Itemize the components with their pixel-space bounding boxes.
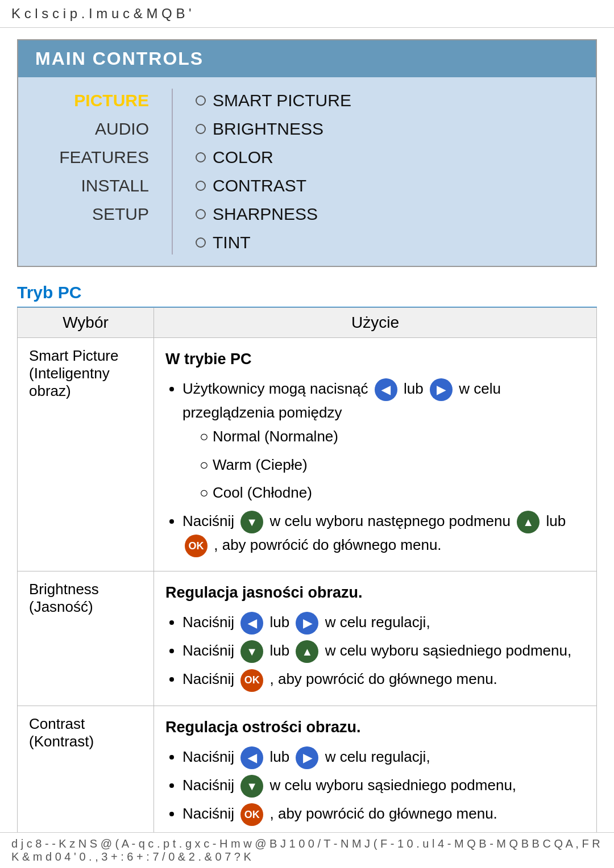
menu-left: PICTUREAUDIOFEATURESINSTALLSETUP [18, 89, 166, 254]
row-label-1: Brightness (Jasność) [18, 571, 154, 706]
sub-item: Warm (Ciepłe) [200, 453, 585, 477]
sub-item: Cool (Chłodne) [200, 481, 585, 505]
menu-right-item-tint[interactable]: TINT [196, 231, 351, 254]
bullet-item-2-2: Naciśnij OK , aby powrócić do głównego m… [182, 802, 585, 826]
menu-right-item-sharpness[interactable]: SHARPNESS [196, 202, 351, 226]
menu-left-item-setup[interactable]: SETUP [92, 202, 149, 226]
bullet-item-2-0: Naciśnij ◀ lub ▶ w celu regulacji, [182, 745, 585, 769]
down-icon: ▼ [240, 775, 263, 798]
bullet-list: Naciśnij ◀ lub ▶ w celu regulacji,Naciśn… [165, 745, 585, 826]
left-icon: ◀ [240, 612, 263, 635]
menu-right-item-smart-picture[interactable]: SMART PICTURE [196, 89, 351, 112]
top-bar-text: K c l s c i p . I m u c & M Q B ' [11, 6, 192, 21]
bullet-item-1-1: Naciśnij ▼ lub ▲ w celu wyboru sąsiednie… [182, 639, 585, 663]
ok-icon: OK [240, 669, 263, 692]
main-menu-box: MAIN CONTROLS PICTUREAUDIOFEATURESINSTAL… [17, 39, 597, 267]
bullet-item-1-0: Naciśnij ◀ lub ▶ w celu regulacji, [182, 611, 585, 635]
bullet-item-2-1: Naciśnij ▼ w celu wyboru sąsiedniego pod… [182, 774, 585, 798]
down-icon: ▼ [240, 640, 263, 663]
bullet-list: Użytkownicy mogą nacisnąć ◀ lub ▶ w celu… [165, 377, 585, 557]
row-label-0: Smart Picture (Inteligentny obraz) [18, 338, 154, 571]
tryb-section: Tryb PC Wybór Użycie Smart Picture (Inte… [17, 278, 597, 840]
sub-list: Normal (Normalne)Warm (Ciepłe)Cool (Chło… [182, 425, 585, 505]
bullet-item-0-0: Użytkownicy mogą nacisnąć ◀ lub ▶ w celu… [182, 377, 585, 505]
menu-divider [172, 89, 173, 254]
up-icon: ▲ [296, 640, 318, 663]
table-row: Smart Picture (Inteligentny obraz)W tryb… [18, 338, 597, 571]
right-icon: ▶ [296, 612, 318, 635]
ok-icon: OK [185, 535, 208, 557]
right-icon: ▶ [430, 378, 453, 401]
bullet-item-0-1: Naciśnij ▼ w celu wyboru następnego podm… [182, 510, 585, 557]
row-label-2: Contrast (Kontrast) [18, 706, 154, 840]
menu-left-item-audio[interactable]: AUDIO [95, 117, 149, 141]
tryb-header: Tryb PC [17, 278, 597, 307]
top-bar: K c l s c i p . I m u c & M Q B ' [0, 0, 614, 28]
main-menu-header: MAIN CONTROLS [18, 40, 596, 77]
bottom-bar: d j c 8 - - K z N S @ ( A - q c . p t . … [0, 832, 614, 868]
menu-right-item-brightness[interactable]: BRIGHTNESS [196, 117, 351, 141]
table-row: Brightness (Jasność)Regulacja jasności o… [18, 571, 597, 706]
row-content-2: Regulacja ostrości obrazu.Naciśnij ◀ lub… [154, 706, 597, 840]
section-title-1: Regulacja jasności obrazu. [165, 581, 585, 605]
col-wybor: Wybór [18, 308, 154, 338]
menu-right: SMART PICTUREBRIGHTNESSCOLORCONTRASTSHAR… [179, 89, 368, 254]
section-title-2: Regulacja ostrości obrazu. [165, 715, 585, 740]
left-icon: ◀ [375, 378, 397, 401]
main-menu-content: PICTUREAUDIOFEATURESINSTALLSETUP SMART P… [18, 77, 596, 266]
menu-left-item-install[interactable]: INSTALL [81, 174, 150, 198]
up-icon: ▲ [517, 511, 540, 533]
row-content-0: W trybie PCUżytkownicy mogą nacisnąć ◀ l… [154, 338, 597, 571]
menu-left-item-picture[interactable]: PICTURE [74, 89, 149, 112]
sub-item: Normal (Normalne) [200, 425, 585, 449]
left-icon: ◀ [240, 746, 263, 769]
menu-left-item-features[interactable]: FEATURES [59, 145, 149, 169]
col-uzycie: Użycie [154, 308, 597, 338]
tryb-table: Wybór Użycie Smart Picture (Inteligentny… [17, 307, 597, 840]
bottom-bar-text: d j c 8 - - K z N S @ ( A - q c . p t . … [11, 837, 600, 863]
right-icon: ▶ [296, 746, 318, 769]
row-content-1: Regulacja jasności obrazu.Naciśnij ◀ lub… [154, 571, 597, 706]
bullet-list: Naciśnij ◀ lub ▶ w celu regulacji,Naciśn… [165, 611, 585, 691]
down-icon: ▼ [240, 511, 263, 533]
bullet-item-1-2: Naciśnij OK , aby powrócić do głównego m… [182, 667, 585, 691]
table-row: Contrast (Kontrast)Regulacja ostrości ob… [18, 706, 597, 840]
section-title-0: W trybie PC [165, 347, 585, 372]
menu-right-item-contrast[interactable]: CONTRAST [196, 174, 351, 198]
menu-right-item-color[interactable]: COLOR [196, 145, 351, 169]
ok-icon: OK [240, 803, 263, 826]
